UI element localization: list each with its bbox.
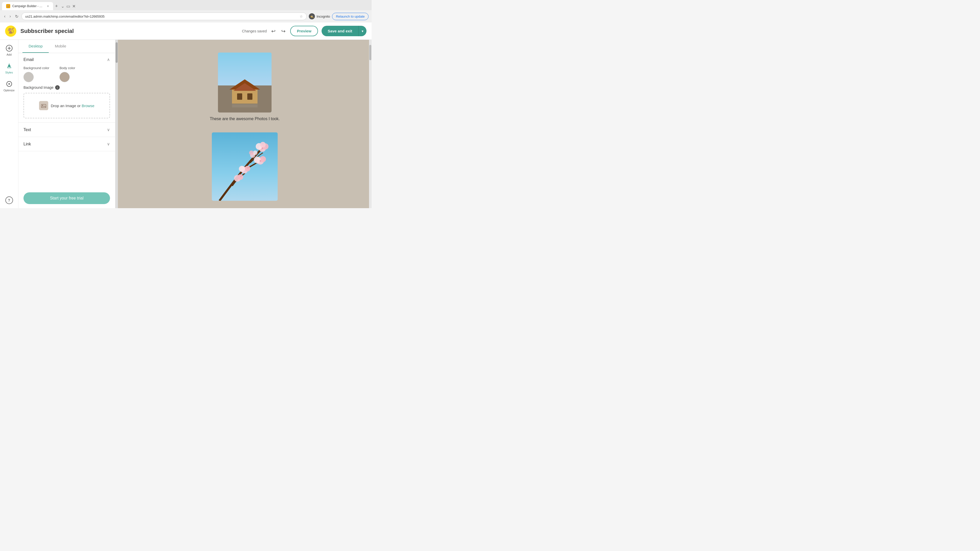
sidebar-item-optimize[interactable]: Optimize xyxy=(1,78,18,94)
incognito-icon: 🕵 xyxy=(309,13,315,19)
body-color-label: Body color xyxy=(59,66,75,70)
header-right: Changes saved ↩ ↪ Preview Save and exit … xyxy=(242,26,366,36)
svg-rect-13 xyxy=(237,94,242,100)
redo-button[interactable]: ↪ xyxy=(280,27,286,35)
svg-point-27 xyxy=(238,174,243,180)
svg-rect-15 xyxy=(232,104,258,107)
settings-panel: Desktop Mobile Email ∧ Background color … xyxy=(18,40,115,208)
text-section[interactable]: Text ∨ xyxy=(18,123,115,137)
refresh-button[interactable]: ↻ xyxy=(14,13,19,20)
help-button[interactable]: ? xyxy=(5,197,13,204)
tab-close-btn[interactable]: × xyxy=(47,4,49,8)
sidebar-item-add[interactable]: Add xyxy=(1,42,18,59)
optimize-label: Optimize xyxy=(3,89,14,92)
cherry-blossom-image xyxy=(212,132,278,201)
styles-icon xyxy=(5,62,13,70)
browse-link[interactable]: Browse xyxy=(82,103,94,108)
body-color-swatch[interactable] xyxy=(59,72,70,82)
mailchimp-logo: 🐒 xyxy=(5,25,16,37)
bg-image-info-icon[interactable]: i xyxy=(55,85,60,90)
preview-area: These are the awesome Photos I took. xyxy=(115,40,372,208)
bookmark-icon[interactable]: ☆ xyxy=(300,14,303,18)
scroll-thumb[interactable] xyxy=(116,42,118,63)
scroll-track[interactable] xyxy=(115,40,118,208)
incognito-label: Incognito xyxy=(317,14,330,18)
drop-text: Drop an Image or Browse xyxy=(51,103,94,108)
svg-rect-14 xyxy=(247,94,252,100)
address-bar[interactable]: us21.admin.mailchimp.com/email/editor?id… xyxy=(21,13,307,20)
tab-extra-controls: ⌄ ▭ ✕ xyxy=(61,4,76,9)
icon-sidebar: Add Styles Optimize ? xyxy=(0,40,18,208)
tab-mobile[interactable]: Mobile xyxy=(49,40,72,53)
relaunch-button[interactable]: Relaunch to update xyxy=(332,13,369,20)
body-color-item: Body color xyxy=(59,66,75,82)
url-text: us21.admin.mailchimp.com/email/editor?id… xyxy=(25,14,298,18)
email-section-content: Background color Body color Background I… xyxy=(18,66,115,122)
restore-icon[interactable]: ▭ xyxy=(66,4,70,9)
temple-image xyxy=(218,52,272,113)
tab-desktop[interactable]: Desktop xyxy=(22,40,49,53)
trial-button[interactable]: Start your free trial xyxy=(24,192,110,204)
svg-text:🐒: 🐒 xyxy=(7,27,14,34)
preview-button[interactable]: Preview xyxy=(290,26,318,36)
back-button[interactable]: ‹ xyxy=(3,13,6,20)
incognito-area: 🕵 Incognito xyxy=(309,13,330,19)
minimize-icon[interactable]: ⌄ xyxy=(61,4,64,9)
right-scroll-thumb[interactable] xyxy=(369,45,371,60)
svg-point-32 xyxy=(259,160,261,162)
forward-button[interactable]: › xyxy=(8,13,12,20)
save-exit-button[interactable]: Save and exit xyxy=(321,26,358,36)
tab-title: Campaign Builder - Sample Tem... xyxy=(12,4,44,8)
bg-color-item: Background color xyxy=(24,66,49,82)
text-section-title: Text xyxy=(24,127,31,132)
link-section[interactable]: Link ∨ xyxy=(18,137,115,151)
email-section: Email ∧ Background color Body color Back… xyxy=(18,53,115,123)
save-exit-group: Save and exit ▾ xyxy=(321,26,366,36)
svg-point-6 xyxy=(8,65,10,67)
optimize-icon xyxy=(5,80,13,88)
save-exit-dropdown-button[interactable]: ▾ xyxy=(358,26,366,36)
text-section-chevron: ∨ xyxy=(107,127,110,132)
app-header: 🐒 Subbscriber special Changes saved ↩ ↪ … xyxy=(0,22,372,40)
preview-cherry-section xyxy=(150,132,339,208)
svg-point-19 xyxy=(260,142,266,148)
drop-zone[interactable]: Drop an Image or Browse xyxy=(24,93,110,118)
window-close-icon[interactable]: ✕ xyxy=(72,4,76,9)
bg-image-label-row: Background Image i xyxy=(24,85,110,90)
email-section-header[interactable]: Email ∧ xyxy=(18,53,115,66)
browser-tab[interactable]: 🐒 Campaign Builder - Sample Tem... × xyxy=(2,2,53,10)
svg-point-30 xyxy=(249,151,254,155)
campaign-title: Subbscriber special xyxy=(21,28,242,35)
main-layout: Add Styles Optimize ? xyxy=(0,40,372,208)
bg-image-label-text: Background Image xyxy=(24,86,54,89)
drop-zone-icon xyxy=(39,101,48,110)
preview-top-section: These are the awesome Photos I took. xyxy=(150,45,339,132)
link-section-chevron: ∨ xyxy=(107,141,110,146)
svg-point-25 xyxy=(239,166,245,172)
svg-point-22 xyxy=(254,157,261,163)
preview-container: These are the awesome Photos I took. xyxy=(150,45,339,208)
color-row: Background color Body color xyxy=(24,66,110,82)
email-preview: These are the awesome Photos I took. xyxy=(118,40,372,208)
styles-label: Styles xyxy=(5,71,13,74)
photo-caption: These are the awesome Photos I took. xyxy=(210,117,280,121)
undo-button[interactable]: ↩ xyxy=(270,27,277,35)
drop-or-text: or xyxy=(77,103,80,108)
sidebar-item-styles[interactable]: Styles xyxy=(1,60,18,76)
svg-rect-10 xyxy=(232,89,258,103)
svg-point-24 xyxy=(245,166,250,171)
add-label: Add xyxy=(6,53,12,56)
panel-tabs: Desktop Mobile xyxy=(18,40,115,53)
tab-favicon: 🐒 xyxy=(6,4,10,8)
svg-point-31 xyxy=(262,148,263,149)
link-section-title: Link xyxy=(24,142,31,146)
bg-color-label: Background color xyxy=(24,66,49,70)
bg-color-swatch[interactable] xyxy=(24,72,34,82)
drop-image-text: Drop an Image xyxy=(51,103,76,108)
changes-saved-text: Changes saved xyxy=(242,29,267,33)
add-icon xyxy=(5,44,13,52)
email-section-chevron: ∧ xyxy=(107,57,110,62)
email-section-title: Email xyxy=(24,57,34,62)
right-scroll-track[interactable] xyxy=(369,40,372,208)
new-tab-button[interactable]: + xyxy=(53,3,60,9)
